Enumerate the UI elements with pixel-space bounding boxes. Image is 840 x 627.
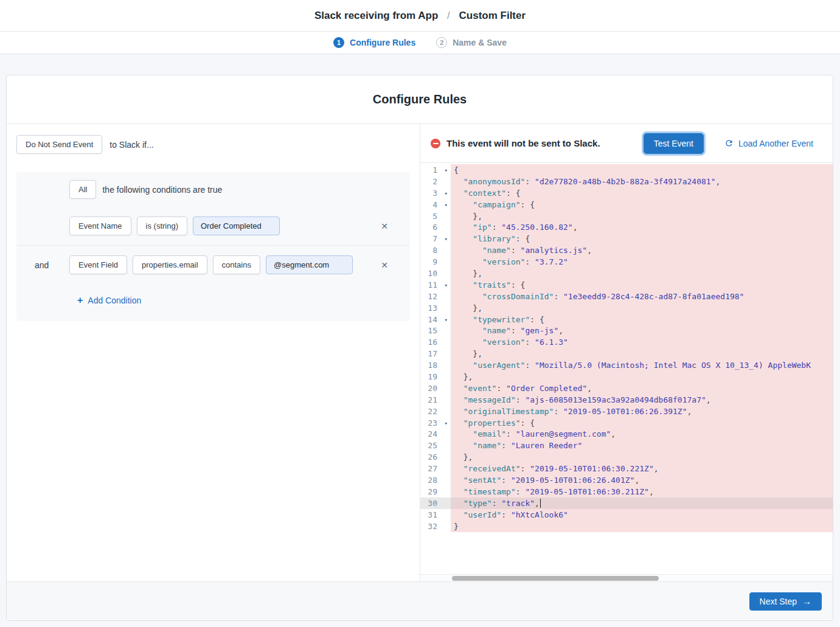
line-number: 15 <box>420 325 451 336</box>
code-line[interactable]: 31 "userId": "hXtcAlook6" <box>420 509 833 521</box>
json-punctuation: : { <box>511 280 525 289</box>
line-number: 25 <box>420 440 451 451</box>
test-event-button[interactable]: Test Event <box>644 133 704 154</box>
code-line[interactable]: 3▾ "context": { <box>420 187 833 199</box>
code-line[interactable]: 25 "name": "Lauren Reeder" <box>420 440 833 451</box>
json-punctuation: }, <box>454 372 473 381</box>
remove-condition-icon[interactable]: ✕ <box>380 221 389 232</box>
code-line[interactable]: 28 "sentAt": "2019-05-10T01:06:26.401Z", <box>420 474 833 486</box>
code-line[interactable]: 22 "originalTimestamp": "2019-05-10T01:0… <box>420 406 833 417</box>
fold-arrow-icon[interactable]: ▾ <box>445 188 448 199</box>
code-line[interactable]: 32} <box>420 521 833 532</box>
fold-arrow-icon[interactable]: ▾ <box>445 234 448 245</box>
line-number: 31 <box>420 509 451 521</box>
code-line-content: "library": { <box>451 233 833 244</box>
code-line[interactable]: 29 "timestamp": "2019-05-10T01:06:30.211… <box>420 486 833 497</box>
json-key: "version" <box>482 257 525 266</box>
code-line[interactable]: 11▾ "traits": { <box>420 279 833 291</box>
code-line[interactable]: 16 "version": "6.1.3" <box>420 336 833 348</box>
scrollbar-thumb[interactable] <box>452 576 659 581</box>
condition-row: Event Nameis (string)✕ <box>16 207 410 245</box>
json-punctuation: : <box>492 223 502 232</box>
code-line[interactable]: 1▾{ <box>420 164 833 176</box>
fold-arrow-icon[interactable]: ▾ <box>445 199 448 211</box>
code-line[interactable]: 14▾ "typewriter": { <box>420 314 833 325</box>
code-line[interactable]: 19 }, <box>420 371 833 383</box>
fold-arrow-icon[interactable]: ▾ <box>445 418 448 429</box>
json-key: "context" <box>463 189 506 198</box>
code-line[interactable]: 23▾ "properties": { <box>420 417 833 429</box>
code-line[interactable]: 17 }, <box>420 348 833 359</box>
arrow-right-icon: → <box>802 597 811 606</box>
code-line[interactable]: 7▾ "library": { <box>420 233 833 244</box>
remove-condition-icon[interactable]: ✕ <box>380 260 389 271</box>
next-step-button[interactable]: Next Step → <box>749 592 822 611</box>
json-string-value: "lauren@segment.com" <box>516 429 611 438</box>
code-line[interactable]: 24 "email": "lauren@segment.com", <box>420 428 833 440</box>
horizontal-scrollbar[interactable] <box>420 575 833 581</box>
fold-arrow-icon[interactable]: ▾ <box>445 314 448 326</box>
condition-value-input[interactable] <box>266 255 353 274</box>
plus-icon: + <box>77 296 83 305</box>
code-line[interactable]: 26 }, <box>420 451 833 463</box>
code-line[interactable]: 5 }, <box>420 210 833 222</box>
operator-row: All the following conditions are true <box>16 172 410 207</box>
code-line-content: "userId": "hXtcAlook6" <box>451 509 833 521</box>
json-code-editor[interactable]: 1▾{2 "anonymousId": "d2e77820-a48b-4b2b-… <box>420 163 833 575</box>
code-line[interactable]: 21 "messageId": "ajs-6085013e159ac3a92a0… <box>420 394 833 406</box>
filter-action-dropdown[interactable]: Do Not Send Event <box>16 135 102 154</box>
add-condition-button[interactable]: + Add Condition <box>77 296 141 305</box>
json-punctuation: , <box>611 429 616 438</box>
line-number: 19 <box>420 371 451 383</box>
line-number: 17 <box>420 348 451 359</box>
code-line[interactable]: 4▾ "campaign": { <box>420 199 833 210</box>
text-cursor <box>540 499 541 508</box>
step-configure-rules[interactable]: 1 Configure Rules <box>333 37 415 48</box>
code-line[interactable]: 27 "receivedAt": "2019-05-10T01:06:30.22… <box>420 463 833 474</box>
code-line[interactable]: 18 "userAgent": "Mozilla/5.0 (Macintosh;… <box>420 359 833 371</box>
code-line[interactable]: 8 "name": "analytics.js", <box>420 244 833 256</box>
code-line[interactable]: 10 }, <box>420 268 833 279</box>
line-number: 8 <box>420 244 451 256</box>
condition-dropdown[interactable]: is (string) <box>137 217 187 235</box>
condition-conjunction: and <box>16 260 69 270</box>
code-line[interactable]: 9 "version": "3.7.2" <box>420 256 833 268</box>
code-line[interactable]: 13 }, <box>420 302 833 314</box>
code-line[interactable]: 20 "event": "Order Completed", <box>420 383 833 394</box>
json-string-value: "2019-05-10T01:06:30.211Z" <box>525 487 649 496</box>
operator-dropdown[interactable]: All <box>69 180 96 199</box>
step-name-save[interactable]: 2 Name & Save <box>436 37 507 48</box>
blocked-minus-icon <box>431 139 440 148</box>
json-punctuation <box>454 476 463 485</box>
condition-dropdown[interactable]: contains <box>213 255 260 274</box>
condition-dropdown[interactable]: properties.email <box>133 255 207 274</box>
condition-value-input[interactable] <box>193 217 280 235</box>
json-punctuation: , <box>587 246 592 255</box>
fold-arrow-icon[interactable]: ▾ <box>445 280 448 291</box>
code-line[interactable]: 6 "ip": "45.250.160.82", <box>420 221 833 233</box>
line-number: 27 <box>420 463 451 474</box>
condition-pills: Event Fieldproperties.emailcontains <box>69 255 380 274</box>
top-title-bar: Slack receiving from App / Custom Filter <box>0 0 840 32</box>
code-line-content: "typewriter": { <box>451 314 833 325</box>
json-string-value: "analytics.js" <box>521 246 588 255</box>
condition-dropdown[interactable]: Event Name <box>69 217 131 235</box>
code-line[interactable]: 2 "anonymousId": "d2e77820-a48b-4b2b-882… <box>420 176 833 187</box>
json-punctuation: : { <box>530 315 544 324</box>
json-punctuation: : <box>525 338 535 347</box>
condition-dropdown[interactable]: Event Field <box>69 255 127 274</box>
load-another-event-link[interactable]: Load Another Event <box>724 139 813 148</box>
line-number: 22 <box>420 406 451 417</box>
filter-status-text: This event will not be sent to Slack. <box>446 138 600 148</box>
json-key: "messageId" <box>463 395 516 404</box>
json-key: "email" <box>473 429 506 438</box>
code-line-content: }, <box>451 451 833 463</box>
json-punctuation: : <box>492 499 502 508</box>
fold-arrow-icon[interactable]: ▾ <box>445 165 448 176</box>
code-line[interactable]: 30 "type": "track", <box>420 497 833 509</box>
code-line[interactable]: 12 "crossDomainId": "1e3eedd9-28c4-428c-… <box>420 291 833 302</box>
json-punctuation <box>454 510 463 519</box>
code-line-content: }, <box>451 210 833 222</box>
code-line[interactable]: 15 "name": "gen-js", <box>420 325 833 336</box>
condition-pills: Event Nameis (string) <box>69 217 380 235</box>
